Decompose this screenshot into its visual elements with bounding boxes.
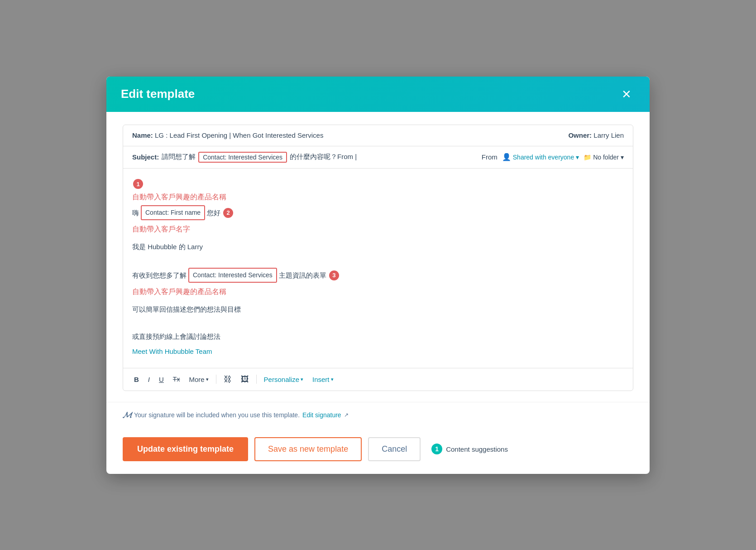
editor-toolbar: B I U Tx More ▾ ⛓ 🖼 Personalize ▾	[123, 368, 633, 391]
subject-annotation-block: 1 自動帶入客戶興趣的產品名稱	[132, 178, 624, 204]
folder-chevron-icon: ▾	[621, 154, 624, 161]
subject-row: Subject: 請問想了解 Contact: Interested Servi…	[123, 146, 633, 169]
no-folder-button[interactable]: 📁 No folder ▾	[584, 154, 624, 161]
person-icon: 👤	[502, 153, 511, 161]
edit-signature-link[interactable]: Edit signature	[302, 411, 341, 419]
folder-label: No folder	[593, 154, 619, 161]
content-suggestions: 1 Content suggestions	[431, 444, 508, 454]
update-template-button[interactable]: Update existing template	[123, 437, 248, 461]
template-card: Name: LG : Lead First Opening | When Got…	[123, 125, 633, 391]
from-label: From	[482, 153, 498, 161]
toolbar-separator-1	[216, 375, 216, 384]
personalize-label: Personalize	[264, 376, 299, 383]
greeting-line: 嗨 Contact: First name 您好 2	[132, 205, 624, 220]
editor-area[interactable]: 1 自動帶入客戶興趣的產品名稱 嗨 Contact: First name 您好…	[123, 169, 633, 368]
toolbar-separator-2	[256, 375, 257, 384]
annotation-3-badge: 3	[329, 270, 339, 280]
signature-section: 𝓜 Your signature will be included when y…	[106, 402, 650, 428]
template-name-field: Name: LG : Lead First Opening | When Got…	[132, 131, 323, 140]
body-prefix: 有收到您想多了解	[132, 269, 187, 281]
name-label: Name:	[132, 131, 153, 139]
external-link-icon: ↗	[344, 412, 349, 418]
edit-template-modal: Edit template ✕ Name: LG : Lead First Op…	[106, 77, 650, 474]
subject-right-controls: From 👤 Shared with everyone ▾ 📁 No folde…	[482, 153, 624, 161]
link-button[interactable]: ⛓	[220, 373, 235, 386]
annotation-2-block: 自動帶入客戶名字	[132, 223, 624, 236]
action-row: Update existing template Save as new tem…	[106, 428, 650, 474]
content-suggestions-badge: 1	[431, 444, 442, 454]
intro-line: 我是 Hububble 的 Larry	[132, 241, 624, 253]
meeting-link-line: Meet With Hububble Team	[132, 345, 624, 357]
folder-icon: 📁	[584, 154, 591, 161]
cta-line: 可以簡單回信描述您們的想法與目標	[132, 303, 624, 315]
shared-with-everyone-button[interactable]: 👤 Shared with everyone ▾	[502, 153, 579, 161]
bold-button[interactable]: B	[130, 374, 143, 385]
underline-button[interactable]: U	[155, 374, 167, 385]
subject-prefix: 請問想了解	[162, 153, 196, 161]
strikethrough-button[interactable]: Tx	[169, 374, 184, 385]
cancel-button[interactable]: Cancel	[368, 437, 421, 461]
body-suffix: 主題資訊的表單	[279, 269, 326, 281]
insert-button[interactable]: Insert ▾	[309, 374, 337, 385]
template-owner-field: Owner: Larry Lien	[568, 131, 624, 140]
intro-text: 我是 Hububble 的 Larry	[132, 241, 203, 253]
greeting-suffix: 您好	[207, 207, 220, 219]
signature-icon: 𝓜	[123, 410, 131, 420]
more-button[interactable]: More ▾	[185, 374, 212, 385]
modal-header: Edit template ✕	[106, 77, 650, 112]
close-button[interactable]: ✕	[618, 87, 635, 102]
more-chevron-icon: ▾	[206, 376, 209, 382]
more-label: More	[189, 376, 204, 383]
image-button[interactable]: 🖼	[237, 373, 253, 386]
owner-value: Larry Lien	[593, 131, 624, 139]
name-value: LG : Lead First Opening | When Got Inter…	[155, 131, 323, 139]
meeting-line: 或直接預約線上會議討論想法	[132, 330, 624, 343]
save-new-template-button[interactable]: Save as new template	[254, 437, 362, 461]
greeting-token[interactable]: Contact: First name	[141, 205, 205, 220]
modal-overlay: Edit template ✕ Name: LG : Lead First Op…	[0, 0, 756, 550]
personalize-button[interactable]: Personalize ▾	[260, 374, 307, 385]
meeting-prefix: 或直接預約線上會議討論想法	[132, 330, 220, 343]
editor-content: 1 自動帶入客戶興趣的產品名稱 嗨 Contact: First name 您好…	[132, 178, 624, 368]
insert-label: Insert	[312, 376, 330, 383]
personalize-chevron-icon: ▾	[301, 376, 303, 382]
meeting-link[interactable]: Meet With Hububble Team	[132, 345, 212, 357]
signature-note: 𝓜 Your signature will be included when y…	[123, 410, 633, 420]
shared-label: Shared with everyone	[513, 154, 574, 161]
greeting-prefix: 嗨	[132, 207, 139, 219]
annotation-2-badge: 2	[223, 208, 233, 218]
modal-body: Name: LG : Lead First Opening | When Got…	[106, 112, 650, 402]
cta-text: 可以簡單回信描述您們的想法與目標	[132, 303, 241, 315]
template-meta-row: Name: LG : Lead First Opening | When Got…	[123, 125, 633, 146]
subject-token[interactable]: Contact: Interested Services	[198, 152, 287, 163]
annotation-1-label: 自動帶入客戶興趣的產品名稱	[132, 191, 624, 204]
body-line: 有收到您想多了解 Contact: Interested Services 主題…	[132, 268, 624, 283]
subject-suffix: 的什麼內容呢？From |	[290, 153, 357, 161]
content-suggestions-label: Content suggestions	[446, 445, 508, 453]
annotation-2-label: 自動帶入客戶名字	[132, 223, 624, 236]
owner-label: Owner:	[568, 131, 592, 139]
italic-button[interactable]: I	[144, 374, 153, 385]
shared-chevron-icon: ▾	[576, 154, 579, 161]
body-token[interactable]: Contact: Interested Services	[188, 268, 277, 283]
annotation-1-badge: 1	[133, 179, 143, 189]
annotation-3-label: 自動帶入客戶興趣的產品名稱	[132, 285, 624, 299]
subject-label: Subject:	[132, 153, 159, 161]
annotation-3-block: 自動帶入客戶興趣的產品名稱	[132, 285, 624, 299]
signature-text: Your signature will be included when you…	[134, 411, 300, 419]
modal-title: Edit template	[121, 87, 195, 101]
insert-chevron-icon: ▾	[331, 376, 334, 382]
